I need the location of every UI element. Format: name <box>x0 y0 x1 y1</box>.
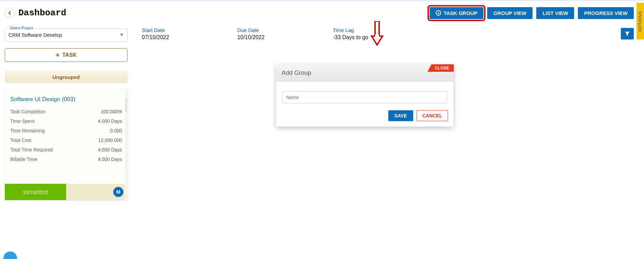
modal-close-button[interactable]: CLOSE <box>428 64 454 72</box>
start-date-label: Start Date <box>142 27 169 33</box>
task-row-value: 100.000% <box>101 109 122 114</box>
card-scrollbar[interactable] <box>125 89 128 200</box>
modal-body <box>276 82 453 108</box>
modal-footer: SAVE CANCEL <box>276 108 453 127</box>
group-ungrouped[interactable]: Ungrouped <box>5 71 128 83</box>
task-row-label: Total Time Required <box>10 147 53 152</box>
list-view-button[interactable]: LIST VIEW <box>536 7 574 19</box>
task-row: Task Completion100.000% <box>5 107 128 116</box>
task-card-date: 10/10/2022 <box>5 184 66 200</box>
header-actions: + TASK GROUP GROUP VIEW LIST VIEW PROGRE… <box>430 7 634 19</box>
due-date-block: Due Date 10/10/2022 <box>237 27 265 41</box>
filter-button[interactable] <box>621 28 634 39</box>
due-date-label: Due Date <box>237 27 265 33</box>
task-card[interactable]: Software UI Design (003) Task Completion… <box>5 89 128 200</box>
top-border <box>0 0 644 1</box>
task-row: Total Time Required4.000 Days <box>5 145 128 155</box>
task-row-label: Total Cost <box>10 137 31 143</box>
task-row-value: 4.000 Days <box>98 147 122 152</box>
task-group-label: TASK GROUP <box>444 10 477 16</box>
info-row: Select Project CRM Software Develop ▼ St… <box>5 26 634 42</box>
back-button[interactable] <box>5 8 15 18</box>
task-row: Time Remaining0.000 <box>5 126 128 135</box>
task-row: Total Cost12,000.000 <box>5 135 128 145</box>
task-row-value: 12,000.000 <box>98 137 122 143</box>
options-side-tab[interactable]: OPTIONS <box>636 3 644 39</box>
plus-circle-icon: + <box>436 10 441 16</box>
add-group-modal: CLOSE Add Group SAVE CANCEL <box>276 65 453 127</box>
due-date-value: 10/10/2022 <box>237 34 265 41</box>
add-task-button[interactable]: + TASK <box>5 48 128 62</box>
chevron-left-icon <box>8 11 12 15</box>
task-row-label: Time Remaining <box>10 128 45 133</box>
page-title: Dashboard <box>18 8 66 18</box>
task-row: Billable Time4.000 Days <box>5 155 128 164</box>
time-lag-label: Time Lag <box>333 27 368 33</box>
start-date-value: 07/10/2022 <box>142 34 169 41</box>
modal-title: Add Group <box>276 65 453 82</box>
project-select-value: CRM Software Develop <box>9 29 124 41</box>
cancel-button[interactable]: CANCEL <box>417 110 448 121</box>
task-card-title: Software UI Design (003) <box>5 89 128 107</box>
time-lag-value: -33 Days to go <box>333 34 368 41</box>
project-select-label: Select Project <box>9 26 34 30</box>
task-row-value: 4.000 Days <box>98 157 122 162</box>
task-row-label: Billable Time <box>10 157 37 162</box>
filter-icon <box>625 31 630 36</box>
add-task-label: TASK <box>62 52 77 58</box>
project-select[interactable]: Select Project CRM Software Develop ▼ <box>5 29 128 42</box>
task-row: Time Spent4.000 Days <box>5 116 128 126</box>
task-row-value: 0.000 <box>110 128 122 133</box>
floating-partial-circle <box>3 252 17 259</box>
progress-view-button[interactable]: PROGRESS VIEW <box>578 7 634 19</box>
task-row-value: 4.000 Days <box>98 118 122 124</box>
group-name-input[interactable] <box>282 91 447 103</box>
save-button[interactable]: SAVE <box>388 110 413 121</box>
group-view-button[interactable]: GROUP VIEW <box>487 7 533 19</box>
header: Dashboard + TASK GROUP GROUP VIEW LIST V… <box>5 6 634 20</box>
plus-icon: + <box>56 51 60 59</box>
task-row-label: Task Completion <box>10 109 46 114</box>
start-date-block: Start Date 07/10/2022 <box>142 27 169 41</box>
card-spacer <box>5 164 128 184</box>
task-row-label: Time Spent <box>10 118 34 124</box>
time-lag-block: Time Lag -33 Days to go <box>333 27 368 41</box>
avatar[interactable]: M <box>113 187 123 197</box>
task-card-footer: 10/10/2022 M <box>5 184 128 200</box>
task-card-assignee-area: M <box>66 184 128 200</box>
chevron-down-icon: ▼ <box>120 32 124 37</box>
task-group-button[interactable]: + TASK GROUP <box>430 7 483 19</box>
